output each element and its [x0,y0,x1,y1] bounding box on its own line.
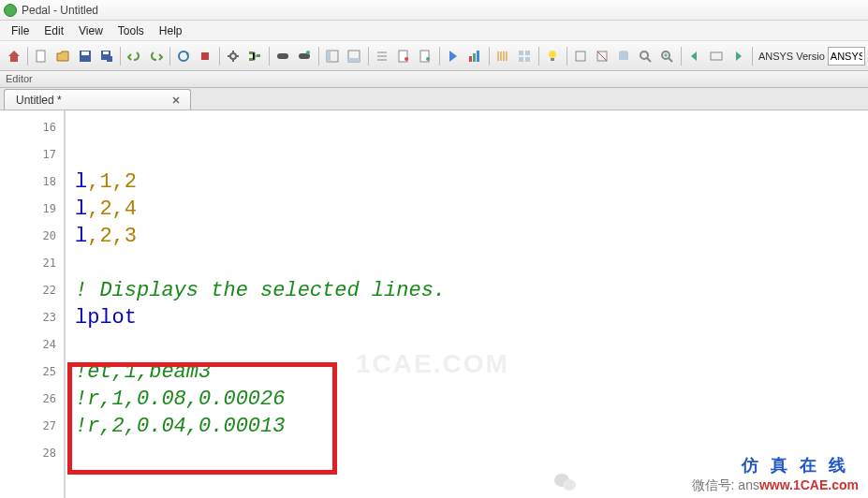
svg-point-14 [306,51,310,54]
svg-point-20 [405,57,408,61]
db-icon[interactable] [614,46,634,66]
menu-file[interactable]: File [4,22,37,40]
code-line: !r,1,0.08,0.00026 [66,386,868,413]
code-line [66,250,868,277]
titlebar: Pedal - Untitled [0,0,868,21]
panel-header: Editor [0,71,868,88]
code-line: !et,1,beam3 [66,359,868,386]
controller-icon[interactable] [273,46,293,66]
gear-icon[interactable] [224,46,243,66]
svg-rect-24 [473,53,476,62]
code-area[interactable]: l,1,2 l,2,4 l,2,3 ! Displays the selecte… [66,110,868,498]
close-icon[interactable] [169,94,183,107]
zoom2-icon[interactable] [657,46,677,66]
svg-rect-0 [37,51,45,62]
line-number: 24 [0,331,56,359]
code-line: l,2,3 [66,223,868,250]
menu-view[interactable]: View [71,22,110,40]
zoom-icon[interactable] [636,46,655,66]
code-line: l,1,2 [66,168,868,196]
separator [681,47,682,66]
code-line [66,331,868,359]
panel1-icon[interactable] [323,46,343,66]
tool1-icon[interactable] [571,46,591,66]
window-title: Pedal - Untitled [22,4,98,17]
bulb-icon[interactable] [543,46,563,66]
save-icon[interactable] [75,46,95,66]
doc-icon[interactable] [394,46,414,66]
svg-rect-12 [277,53,288,59]
editor[interactable]: 16 17 18 19 20 21 22 23 24 25 26 27 28 l… [0,110,868,498]
code-line: lplot [66,304,868,331]
svg-rect-35 [619,52,628,60]
grid-icon[interactable] [515,46,535,66]
menu-edit[interactable]: Edit [37,22,71,40]
separator [538,47,539,66]
chart-icon[interactable] [465,46,485,66]
list-icon[interactable] [373,46,392,66]
next-icon[interactable] [728,46,748,66]
svg-rect-32 [576,51,585,61]
line-number: 19 [0,196,56,223]
code-line: l,2,4 [66,196,868,223]
line-number: 25 [0,359,56,386]
prev-icon[interactable] [685,46,705,66]
tree-icon[interactable] [245,46,265,66]
separator [169,47,170,66]
svg-rect-38 [711,52,722,60]
line-number: 18 [0,168,56,196]
ruler-icon[interactable] [493,46,513,66]
svg-rect-11 [257,54,260,57]
tool2-icon[interactable] [593,46,612,66]
menu-help[interactable]: Help [152,22,190,40]
ansys-version-input[interactable] [828,47,865,66]
controller2-icon[interactable] [295,46,315,66]
separator [318,47,319,66]
code-line [66,114,868,141]
menu-tools[interactable]: Tools [110,22,152,40]
line-number: 20 [0,223,56,250]
tab-label: Untitled * [16,94,62,107]
separator [219,47,220,66]
open-icon[interactable] [53,46,73,66]
line-number: 28 [0,440,56,467]
svg-rect-10 [249,58,253,61]
svg-rect-2 [81,51,89,55]
panel2-icon[interactable] [345,46,364,66]
svg-rect-16 [327,51,331,62]
doc2-icon[interactable] [416,46,435,66]
watermark-site: 微信号: answww.1CAE.com [692,477,859,494]
line-number: 23 [0,304,56,331]
stop-icon[interactable] [196,46,215,66]
separator [566,47,567,66]
separator [439,47,440,66]
line-number: 26 [0,386,56,413]
refresh-icon[interactable] [174,46,194,66]
watermark-cn: 仿 真 在 线 [742,454,849,476]
separator [489,47,490,66]
save-as-icon[interactable] [96,46,116,66]
arrow-icon[interactable] [444,46,463,66]
svg-rect-31 [551,58,554,61]
svg-rect-25 [477,51,479,62]
svg-rect-26 [519,51,523,55]
menubar: File Edit View Tools Help [0,21,868,41]
undo-icon[interactable] [125,46,144,66]
tool3-icon[interactable] [707,46,727,66]
code-line: ! Displays the selected lines. [66,277,868,304]
svg-rect-18 [348,58,360,62]
svg-rect-7 [201,52,209,60]
separator [27,47,28,66]
svg-point-8 [230,53,236,59]
home-icon[interactable] [4,46,23,66]
separator [368,47,369,66]
new-icon[interactable] [32,46,51,66]
app-icon [4,4,17,17]
redo-icon[interactable] [146,46,166,66]
svg-point-36 [640,51,648,59]
svg-rect-27 [525,51,530,55]
tab-bar: Untitled * [0,88,868,110]
code-line: !r,2,0.04,0.00013 [66,413,868,440]
svg-point-40 [563,479,576,491]
tab-untitled[interactable]: Untitled * [4,89,191,110]
